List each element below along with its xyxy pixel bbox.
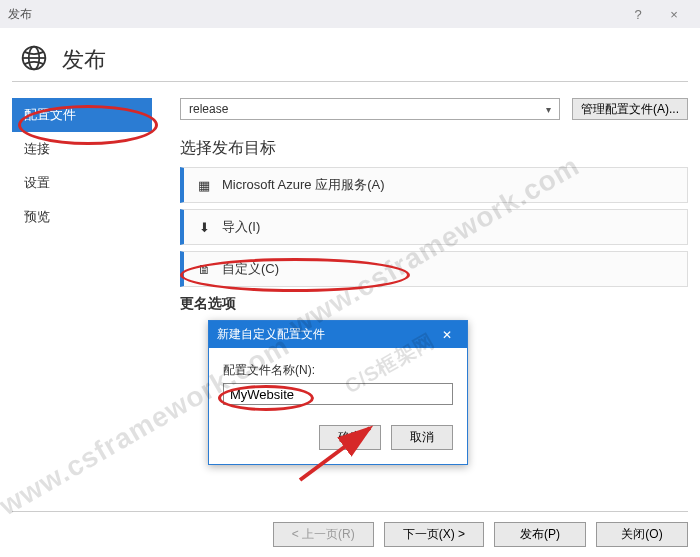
section-title: 选择发布目标 [180,138,688,159]
ok-button[interactable]: 确定 [319,425,381,450]
profile-select[interactable]: release ▾ [180,98,560,120]
target-label: 导入(I) [222,218,260,236]
publish-button[interactable]: 发布(P) [494,522,586,547]
profile-select-value: release [189,102,228,116]
profile-name-input[interactable] [223,383,453,405]
globe-icon [20,44,48,75]
target-label: 自定义(C) [222,260,279,278]
dialog-title: 新建自定义配置文件 [217,326,325,343]
sidebar-item-profile[interactable]: 配置文件 [12,98,152,132]
document-icon: 🗎 [196,262,212,277]
sidebar-item-settings[interactable]: 设置 [12,166,152,200]
sidebar: 配置文件 连接 设置 预览 [12,98,152,319]
titlebar: 发布 ? × [0,0,700,28]
target-azure[interactable]: ▦ Microsoft Azure 应用服务(A) [180,167,688,203]
main-layout: 配置文件 连接 设置 预览 release ▾ 管理配置文件(A)... 选择发… [0,82,700,329]
azure-icon: ▦ [196,178,212,193]
sidebar-item-preview[interactable]: 预览 [12,200,152,234]
header: 发布 [0,28,700,81]
manage-profiles-button[interactable]: 管理配置文件(A)... [572,98,688,120]
window-title: 发布 [8,6,32,23]
rename-options: 更名选项 [180,295,688,313]
dialog-titlebar: 新建自定义配置文件 ✕ [209,321,467,348]
close-window-button[interactable]: × [656,7,692,22]
help-button[interactable]: ? [620,7,656,22]
cancel-button[interactable]: 取消 [391,425,453,450]
chevron-down-icon: ▾ [546,104,551,115]
page-title: 发布 [62,45,106,75]
target-import[interactable]: ⬇ 导入(I) [180,209,688,245]
profile-name-label: 配置文件名称(N): [223,362,453,379]
close-button[interactable]: 关闭(O) [596,522,688,547]
dialog-close-button[interactable]: ✕ [435,328,459,342]
content: release ▾ 管理配置文件(A)... 选择发布目标 ▦ Microsof… [152,98,688,319]
custom-profile-dialog: 新建自定义配置文件 ✕ 配置文件名称(N): 确定 取消 [208,320,468,465]
footer: < 上一页(R) 下一页(X) > 发布(P) 关闭(O) [12,511,688,547]
prev-button: < 上一页(R) [273,522,374,547]
sidebar-item-connection[interactable]: 连接 [12,132,152,166]
target-label: Microsoft Azure 应用服务(A) [222,176,385,194]
target-custom[interactable]: 🗎 自定义(C) [180,251,688,287]
next-button[interactable]: 下一页(X) > [384,522,484,547]
import-icon: ⬇ [196,220,212,235]
